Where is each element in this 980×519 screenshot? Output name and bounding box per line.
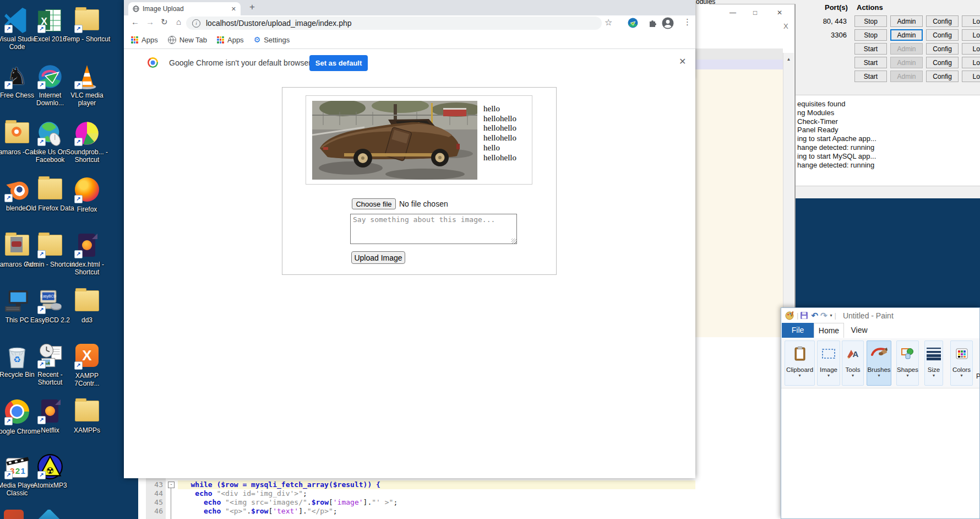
extensions-puzzle-icon[interactable] xyxy=(648,18,657,28)
textarea-resize-handle[interactable] xyxy=(511,239,516,244)
shortcut-arrow-icon: ↗ xyxy=(37,360,46,369)
globe-icon xyxy=(168,36,176,44)
desktop-icon-index-html-shortcut[interactable]: ↗index.html - Shortcut xyxy=(62,233,112,276)
back-icon[interactable]: ← xyxy=(131,17,139,26)
url-text[interactable]: localhost/Dustore/upload_image/index.php xyxy=(206,17,352,30)
paint-group-clipboard[interactable]: Clipboard▾ xyxy=(785,340,815,386)
fold-guide-line xyxy=(171,488,171,519)
code-text-area[interactable]: while ($row = mysqli_fetch_array($result… xyxy=(178,480,695,516)
fold-collapse-icon[interactable]: - xyxy=(168,482,175,488)
bookmark-item-apps[interactable]: Apps xyxy=(131,36,158,44)
new-tab-button[interactable]: + xyxy=(249,2,255,13)
xampp-action-button[interactable]: Start xyxy=(854,71,887,82)
bookmark-item-settings[interactable]: ⚙Settings xyxy=(254,36,290,44)
code-line: while ($row = mysqli_fetch_array($result… xyxy=(178,480,695,489)
bookmark-item-apps[interactable]: Apps xyxy=(217,36,244,44)
address-bar[interactable]: i localhost/Dustore/upload_image/index.p… xyxy=(186,17,602,30)
vertical-scrollbar[interactable]: ▲ xyxy=(783,53,794,337)
site-info-icon[interactable]: i xyxy=(192,19,200,28)
bookmark-star-icon[interactable]: ☆ xyxy=(605,17,612,28)
xampp-action-button[interactable]: Stop xyxy=(854,29,887,41)
xampp-config-button[interactable]: Config xyxy=(926,15,959,27)
xampp-config-button[interactable]: Config xyxy=(926,29,959,41)
line-number: 46 xyxy=(146,507,166,516)
notification-close-icon[interactable]: ✕ xyxy=(679,56,686,67)
save-icon[interactable] xyxy=(801,312,808,319)
paint-group-brushes[interactable]: Brushes▾ xyxy=(867,340,891,386)
port-value: 3306 xyxy=(809,31,847,39)
home-icon[interactable]: ⌂ xyxy=(176,17,181,26)
desktop-icon-temp-shortcut[interactable]: ↗Temp - Shortcut xyxy=(62,7,112,43)
folder-icon xyxy=(74,398,100,425)
paint-tab-file[interactable]: File xyxy=(782,323,814,338)
xampp-admin-button[interactable]: Admin xyxy=(890,57,923,68)
xampp-admin-button[interactable]: Admin xyxy=(890,15,923,27)
image-result-box: hellohellohellohellohellohellohellohello… xyxy=(306,95,532,185)
shortcut-arrow-icon: ↗ xyxy=(74,250,83,258)
image-caption-lines: hellohellohellohellohellohellohellohello… xyxy=(483,104,516,163)
paint-group-size[interactable]: Size▾ xyxy=(924,340,943,386)
xampp-log-button[interactable]: Log xyxy=(962,29,980,41)
code-line: echo "<p>".$row['text']."</p>"; xyxy=(178,507,695,516)
forward-icon[interactable]: → xyxy=(146,17,154,26)
line-number: 43 xyxy=(146,480,166,489)
xampp-log-button[interactable]: Log xyxy=(962,43,980,55)
paint-group-label: Image xyxy=(818,366,840,373)
xampp-action-button[interactable]: Start xyxy=(854,43,887,55)
desktop-icon-firefox[interactable]: ↗Firefox xyxy=(62,176,112,213)
xampp-log-button[interactable]: Log xyxy=(962,15,980,27)
redo-icon[interactable]: ↷ xyxy=(820,311,827,321)
undo-icon[interactable]: ↶ xyxy=(811,311,818,321)
menu-kebab-icon[interactable]: ⋮ xyxy=(683,17,692,27)
xampp-admin-button[interactable]: Admin xyxy=(890,71,923,82)
desktop-icon-vlc-media-player[interactable]: ↗VLC media player xyxy=(62,63,112,107)
shortcut-arrow-icon: ↗ xyxy=(74,25,83,33)
xampp-action-button[interactable]: Stop xyxy=(854,15,887,27)
xampp-config-button[interactable]: Config xyxy=(926,43,959,55)
reload-icon[interactable]: ↻ xyxy=(161,17,168,27)
profile-avatar-icon[interactable] xyxy=(662,17,674,29)
content-close-x[interactable]: X xyxy=(783,22,788,30)
desktop-icon-atomixmp3[interactable]: ☢↗AtomixMP3 xyxy=(25,453,75,489)
bookmark-item-new-tab[interactable]: New Tab xyxy=(168,36,207,44)
caption-textarea[interactable] xyxy=(350,214,517,244)
xampp-admin-button[interactable]: Admin xyxy=(890,29,923,41)
close-icon[interactable]: ✕ xyxy=(777,9,782,17)
paint-group-shapes[interactable]: Shapes▾ xyxy=(896,340,919,386)
xampp-log-button[interactable]: Log xyxy=(962,71,980,82)
desktop-icon-soundprob-shortcut[interactable]: ↗Soundprob... - Shortcut xyxy=(62,120,112,164)
xampp-admin-button[interactable]: Admin xyxy=(890,43,923,55)
line-number: 44 xyxy=(146,489,166,498)
desktop-icon-kodi[interactable] xyxy=(25,510,75,519)
paint-canvas[interactable] xyxy=(781,388,979,518)
minimize-icon[interactable]: — xyxy=(729,9,736,17)
desktop-icon-xampp-7contr[interactable]: X↗XAMPP 7Contr... xyxy=(62,343,112,387)
colors-icon xyxy=(951,341,972,366)
desktop-icon-label: dd3 xyxy=(62,316,112,324)
paint-group-colors[interactable]: Colors▾ xyxy=(950,340,973,386)
desktop-icon-label: XAMPP 7Contr... xyxy=(62,372,112,387)
maximize-icon[interactable]: □ xyxy=(753,9,757,17)
paint-group-image[interactable]: Image▾ xyxy=(817,340,840,386)
xampp-config-button[interactable]: Config xyxy=(926,71,959,82)
browser-tab[interactable]: Image Upload ✕ xyxy=(128,2,241,15)
xampp-action-button[interactable]: Start xyxy=(854,57,887,68)
idm-extension-icon[interactable] xyxy=(628,18,638,28)
tab-close-icon[interactable]: ✕ xyxy=(231,6,236,13)
desktop-icon-xampps[interactable]: XAMPPs xyxy=(62,398,112,434)
desktop-icon-dd3[interactable]: dd3 xyxy=(62,288,112,324)
bookmarks-bar: AppsNew TabApps⚙Settings xyxy=(124,31,695,48)
paint-tab-home[interactable]: Home xyxy=(814,323,844,338)
paint-tab-view[interactable]: View xyxy=(844,323,874,338)
chevron-down-icon: ▾ xyxy=(867,373,891,378)
xampp-config-button[interactable]: Config xyxy=(926,57,959,68)
upload-image-button[interactable]: Upload Image xyxy=(351,251,405,264)
scroll-up-icon[interactable]: ▲ xyxy=(787,57,791,62)
paint-group-tools[interactable]: ATools▾ xyxy=(842,340,864,386)
xampp-log-button[interactable]: Log xyxy=(962,57,980,68)
set-as-default-button[interactable]: Set as default xyxy=(309,55,368,71)
choose-file-button[interactable]: Choose file xyxy=(352,198,396,209)
qat-dropdown-icon[interactable]: ▾ xyxy=(830,313,832,318)
line-number-gutter: 43444546 xyxy=(146,478,166,519)
globe-favicon-icon xyxy=(133,6,139,12)
